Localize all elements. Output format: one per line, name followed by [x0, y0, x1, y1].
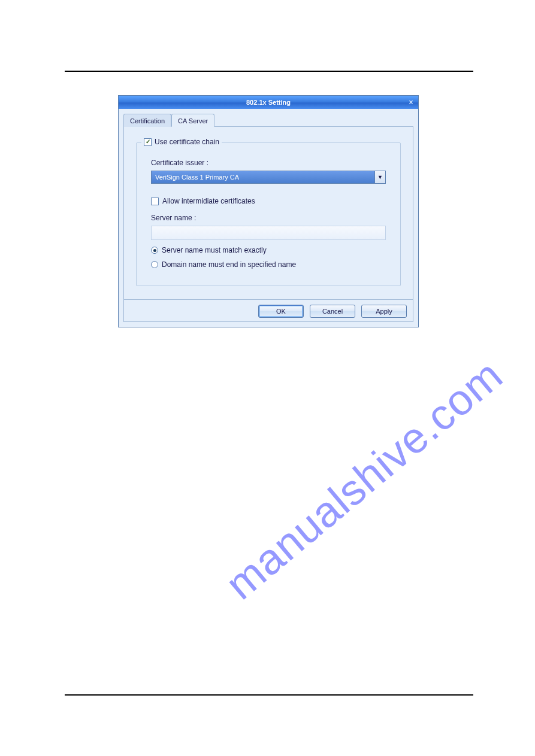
certificate-issuer-dropdown[interactable]: VeriSign Class 1 Primary CA ▼ — [151, 171, 386, 184]
group-certificate-chain: Use certificate chain Certificate issuer… — [136, 142, 401, 286]
page-top-rule — [65, 71, 473, 72]
tab-row: Certification CA Server — [123, 114, 413, 127]
server-name-input[interactable] — [151, 226, 386, 240]
tab-ca-server[interactable]: CA Server — [171, 114, 214, 127]
use-certificate-chain-label: Use certificate chain — [155, 138, 219, 146]
dialog-8021x-setting: 802.1x Setting × Certification CA Server… — [119, 96, 418, 327]
tab-panel-ca-server: Use certificate chain Certificate issuer… — [123, 126, 413, 300]
dialog-button-row: OK Cancel Apply — [123, 300, 413, 322]
group-title-row: Use certificate chain — [141, 138, 222, 146]
chevron-down-icon[interactable]: ▼ — [374, 171, 385, 183]
apply-button[interactable]: Apply — [361, 305, 407, 318]
titlebar-text: 802.1x Setting — [246, 99, 291, 106]
allow-intermediate-checkbox[interactable] — [151, 198, 159, 205]
tab-certification[interactable]: Certification — [123, 114, 171, 127]
allow-intermediate-label: Allow intermidiate certificates — [162, 197, 255, 205]
use-certificate-chain-checkbox[interactable] — [144, 138, 152, 146]
watermark-text: manualshive.com — [216, 350, 512, 609]
radio-domain-end[interactable] — [151, 261, 158, 268]
server-name-label: Server name : — [151, 214, 386, 222]
certificate-issuer-label: Certificate issuer : — [151, 159, 386, 167]
page-bottom-rule — [65, 694, 473, 696]
dialog-body: Certification CA Server Use certificate … — [119, 109, 418, 327]
radio-domain-end-label: Domain name must end in specified name — [162, 260, 296, 269]
ok-button[interactable]: OK — [258, 305, 304, 318]
radio-match-exactly-row: Server name must match exactly — [151, 246, 386, 254]
allow-intermediate-row: Allow intermidiate certificates — [151, 197, 386, 205]
close-icon[interactable]: × — [406, 98, 416, 107]
radio-match-exactly-label: Server name must match exactly — [162, 246, 267, 254]
certificate-issuer-value: VeriSign Class 1 Primary CA — [155, 174, 239, 181]
cancel-button[interactable]: Cancel — [310, 305, 355, 318]
titlebar[interactable]: 802.1x Setting × — [119, 96, 418, 109]
radio-match-exactly[interactable] — [151, 247, 158, 254]
radio-domain-end-row: Domain name must end in specified name — [151, 260, 386, 269]
